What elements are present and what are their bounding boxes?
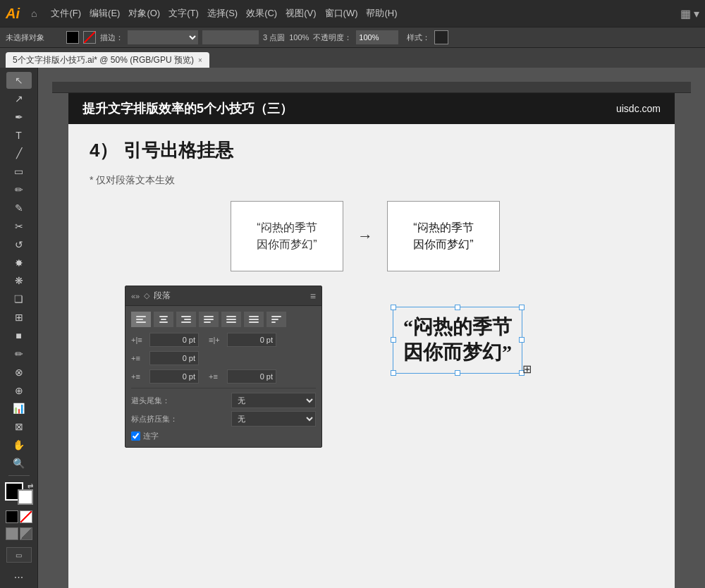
menu-view[interactable]: 视图(V) (286, 7, 316, 20)
panel-collapse-icon[interactable]: «» (131, 292, 140, 300)
more-tools[interactable]: ··· (14, 571, 23, 584)
line-tool[interactable]: ╱ (6, 145, 32, 161)
tab-title: 5个文字排版小技巧.ai* @ 50% (RGB/GPU 预览) (13, 54, 194, 66)
direct-select-tool[interactable]: ↗ (6, 90, 32, 107)
selection-box: “闷热的季节 因你而梦幻” ⊞ (393, 307, 522, 374)
document-tab[interactable]: 5个文字排版小技巧.ai* @ 50% (RGB/GPU 预览) × (6, 52, 209, 68)
align-right-btn[interactable] (176, 312, 196, 327)
space-before-label: +≡ (131, 354, 145, 362)
space-before-input[interactable] (149, 351, 199, 365)
handle-tl[interactable] (391, 305, 396, 310)
gradient-tool[interactable]: ■ (6, 327, 32, 344)
black-swatch[interactable] (6, 510, 18, 523)
screen-mode-btn[interactable]: ▭ (6, 547, 32, 563)
type-tool[interactable]: T (6, 127, 32, 144)
chart-tool[interactable]: 📊 (6, 400, 32, 417)
handle-ml[interactable] (391, 337, 396, 343)
grey-swatch[interactable] (6, 527, 18, 540)
stroke-box[interactable] (18, 489, 33, 505)
indent-left-input[interactable] (149, 333, 199, 347)
align-center-btn[interactable] (154, 312, 173, 327)
align-justify-all-btn[interactable] (221, 312, 241, 327)
ruler-top (52, 82, 691, 93)
punctuation-select[interactable]: 无 (231, 411, 316, 427)
zoom-tool[interactable]: 🔍 (6, 455, 32, 472)
rect-tool[interactable]: ▭ (6, 163, 32, 180)
menu-help[interactable]: 帮助(H) (366, 7, 397, 20)
warp-tool[interactable]: ❋ (6, 272, 32, 289)
align-last-btn[interactable] (266, 312, 286, 327)
stroke-select[interactable] (128, 30, 198, 44)
widow-row: 避头尾集： 无 (131, 393, 316, 408)
resize-cursor-icon: ⊞ (522, 362, 532, 376)
align-justify-btn[interactable] (199, 312, 219, 327)
menu-edit[interactable]: 编辑(E) (90, 7, 120, 20)
shape-builder-tool[interactable]: ⊞ (6, 309, 32, 326)
swap-icon[interactable]: ⇄ (27, 482, 33, 490)
hanging-indent-label: +≡ (131, 372, 145, 381)
puppet-tool[interactable]: ✸ (6, 255, 32, 271)
align-last-icon (271, 316, 281, 323)
rotate-tool[interactable]: ↺ (6, 236, 32, 253)
space-after-input[interactable] (227, 369, 276, 384)
screen-mode-icon: ▭ (16, 551, 22, 559)
widow-label: 避头尾集： (131, 396, 170, 406)
align-left-icon (136, 316, 146, 323)
stroke-color[interactable] (83, 31, 96, 44)
blend-tool[interactable]: ⊗ (6, 364, 32, 381)
color-mode-row (6, 510, 32, 523)
align-buttons-row (131, 312, 316, 327)
home-icon[interactable]: ⌂ (31, 8, 37, 19)
symbol-tool[interactable]: ⊕ (6, 382, 32, 399)
hand-tool[interactable]: ✋ (6, 436, 32, 453)
point-label: 3 点圆 (263, 32, 285, 43)
pencil-tool[interactable]: ✎ (6, 200, 32, 216)
section-header: 4） 引号出格挂悬 (90, 138, 654, 170)
handle-tm[interactable] (455, 305, 460, 310)
space-after-label: +≡ (209, 372, 223, 381)
canvas-area[interactable]: 提升文字排版效率的5个小技巧（三） uisdc.com 4） 引号出格挂悬 * … (38, 68, 705, 588)
panel-body: +|≡ ≡|+ +≡ +≡ (125, 306, 321, 447)
menu-text[interactable]: 文字(T) (168, 7, 199, 20)
pen-tool[interactable]: ✒ (6, 109, 32, 125)
panel-menu-icon[interactable]: ≡ (310, 290, 316, 302)
color-boxes: ⇄ (5, 482, 33, 505)
handle-bm[interactable] (455, 370, 460, 376)
hyphen-checkbox[interactable] (131, 431, 140, 441)
hanging-indent-input[interactable] (149, 369, 199, 384)
menu-effect[interactable]: 效果(C) (246, 7, 277, 20)
widow-select[interactable]: 无 (231, 393, 316, 408)
hanging-indent-row: +≡ +≡ (131, 369, 316, 384)
style-swatch[interactable] (434, 30, 448, 44)
menu-object[interactable]: 对象(O) (128, 7, 160, 20)
transform-tool[interactable]: ❏ (6, 290, 32, 307)
select-tool[interactable]: ↖ (6, 72, 32, 89)
color-mode-row2 (6, 527, 32, 540)
scissors-tool[interactable]: ✂ (6, 218, 32, 235)
fill-color[interactable] (66, 31, 79, 44)
handle-bl[interactable] (391, 370, 396, 376)
handle-tr[interactable] (519, 305, 525, 310)
opacity-input[interactable] (356, 30, 398, 44)
indent-right-input[interactable] (227, 333, 276, 347)
panel-title-text: 段落 (154, 290, 171, 302)
none-swatch[interactable] (20, 510, 32, 523)
half-swatch[interactable] (20, 527, 32, 540)
align-left-btn[interactable] (131, 312, 151, 327)
selection-status: 未选择对象 (6, 32, 62, 43)
menu-window[interactable]: 窗口(W) (325, 7, 358, 20)
hyphen-row: 连字 (131, 431, 316, 441)
slice-tool[interactable]: ⊠ (6, 418, 32, 435)
workspace-icon[interactable]: ▦ ▾ (680, 7, 699, 20)
indent-right-label: ≡|+ (209, 336, 223, 344)
close-tab-button[interactable]: × (198, 56, 202, 64)
eyedropper-tool[interactable]: ✏ (6, 345, 32, 362)
props-bar: 未选择对象 描边： 3 点圆 100% 不透明度： 样式： (0, 27, 705, 48)
handle-mr[interactable] (519, 337, 525, 343)
paintbrush-tool[interactable]: ✏ (6, 181, 32, 198)
menu-file[interactable]: 文件(F) (51, 7, 81, 20)
punctuation-label: 标点挤压集： (131, 414, 178, 424)
align-force-btn[interactable] (244, 312, 264, 327)
align-center-icon (159, 316, 168, 323)
menu-select[interactable]: 选择(S) (207, 7, 238, 20)
